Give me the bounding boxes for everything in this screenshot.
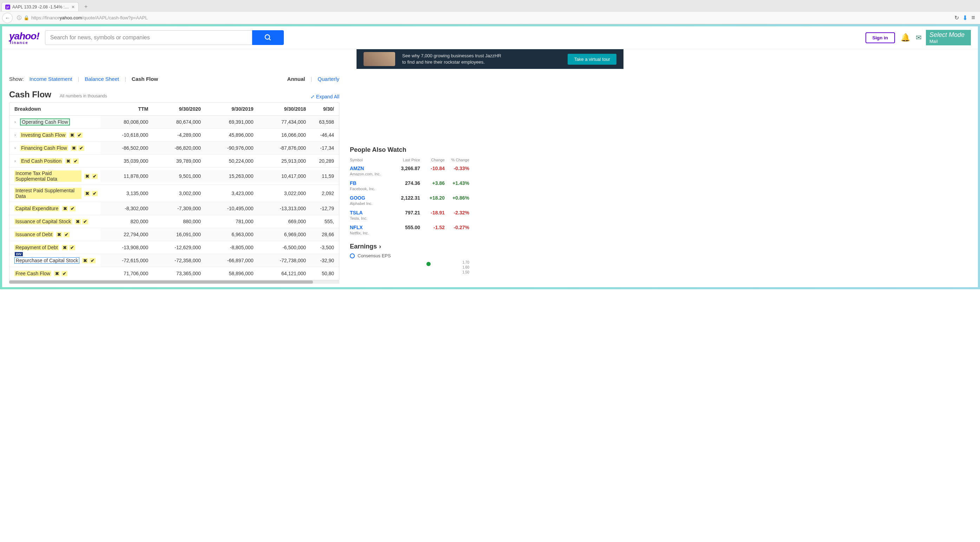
paw-symbol[interactable]: AMZN (350, 166, 364, 171)
row-label: Financing Cash Flow (20, 145, 68, 151)
check-mark-icon[interactable]: ✔ (92, 191, 98, 196)
cell-value: 3,002,000 (153, 187, 206, 200)
paw-row[interactable]: AMZN3,266.87-10.84-0.33% (350, 163, 469, 172)
paw-header: Symbol Last Price Change % Change (350, 156, 469, 163)
mail-block[interactable]: Select Mode Mail (926, 30, 971, 45)
url-box[interactable]: ⓘ 🔒 https://financeyahoo.com/quote/AAPL/… (14, 15, 950, 21)
ad-cta-button[interactable]: Take a virtual tour (568, 54, 616, 65)
reload-button[interactable]: ↻ (955, 14, 959, 21)
download-icon[interactable]: ⬇ (963, 14, 968, 22)
check-mark-icon[interactable]: ✔ (73, 158, 79, 164)
x-mark-icon[interactable]: ✖ (75, 219, 81, 224)
check-mark-icon[interactable]: ✔ (69, 245, 75, 250)
horizontal-scrollbar[interactable] (9, 281, 339, 284)
chevron-right-icon[interactable]: › (14, 132, 19, 137)
hamburger-icon[interactable]: ≡ (971, 14, 975, 21)
period-annual[interactable]: Annual (287, 76, 305, 82)
paw-symbol[interactable]: TSLA (350, 210, 363, 215)
url-text: https://financeyahoo.com/quote/AAPL/cash… (31, 15, 148, 21)
check-mark-icon[interactable]: ✔ (92, 174, 98, 179)
chevron-right-icon[interactable]: › (14, 145, 19, 150)
cell-value: -10,618,000 (100, 129, 153, 141)
chevron-right-icon[interactable]: › (14, 120, 19, 124)
info-icon[interactable]: ⓘ (17, 15, 21, 21)
paw-row[interactable]: FB274.36+3.86+1.43% (350, 178, 469, 187)
col-ttm: TTM (100, 103, 153, 115)
table-row[interactable]: Repayment of Debt✖✔-13,908,000-12,629,00… (10, 241, 339, 254)
x-mark-icon[interactable]: ✖ (62, 206, 68, 211)
table-row[interactable]: ›Investing Cash Flow✖✔-10,618,000-4,289,… (10, 129, 339, 142)
chevron-right-icon[interactable]: › (14, 158, 19, 163)
table-row[interactable]: Issuance of Debt✖✔22,794,00016,091,0006,… (10, 228, 339, 241)
x-mark-icon[interactable]: ✖ (54, 271, 60, 276)
x-mark-icon[interactable]: ✖ (56, 232, 62, 237)
ad-banner[interactable]: See why 7,000 growing businesses trust J… (356, 49, 624, 69)
cell-value: -17,34 (311, 142, 339, 154)
yahoo-finance-logo[interactable]: yahoo! finance (9, 30, 39, 45)
cell-value: -6,500,000 (258, 241, 311, 254)
paw-row[interactable]: NFLX555.00-1.52-0.27% (350, 223, 469, 231)
browser-tab[interactable]: y! AAPL 133.29 -2.08 -1.54% : App ✕ (2, 2, 79, 11)
table-row[interactable]: ›Financing Cash Flow✖✔-86,502,000-86,820… (10, 142, 339, 155)
close-icon[interactable]: ✕ (71, 5, 75, 10)
check-mark-icon[interactable]: ✔ (76, 132, 83, 138)
cell-value: -12,79 (311, 202, 339, 215)
table-row[interactable]: Income Tax Paid Supplemental Data✖✔11,87… (10, 167, 339, 185)
check-mark-icon[interactable]: ✔ (62, 271, 67, 276)
cell-value: 2,092 (311, 187, 339, 200)
paw-symbol[interactable]: FB (350, 180, 356, 186)
paw-change: -1.52 (420, 225, 445, 230)
tab-cash-flow[interactable]: Cash Flow (132, 76, 158, 82)
expand-all-button[interactable]: ⤢ Expand All (310, 94, 339, 99)
cell-value: -4,289,000 (153, 129, 206, 141)
search-button[interactable] (252, 30, 284, 45)
check-mark-icon[interactable]: ✔ (89, 258, 95, 263)
tab-balance-sheet[interactable]: Balance Sheet (85, 76, 119, 82)
earnings-mini-chart: 1.70 1.60 1.50 (350, 260, 469, 274)
check-mark-icon[interactable]: ✔ (64, 232, 70, 237)
earnings-title[interactable]: Earnings › (350, 237, 469, 250)
search-input[interactable] (45, 30, 252, 45)
check-mark-icon[interactable]: ✔ (78, 145, 84, 151)
svg-line-1 (269, 39, 271, 40)
table-header: Breakdown TTM 9/30/2020 9/30/2019 9/30/2… (10, 103, 339, 116)
page-title: Cash Flow (9, 89, 51, 99)
paw-symbol[interactable]: NFLX (350, 225, 363, 230)
period-quarterly[interactable]: Quarterly (318, 76, 339, 82)
table-row[interactable]: ›Operating Cash Flow80,008,00080,674,000… (10, 116, 339, 129)
check-mark-icon[interactable]: ✔ (82, 219, 88, 224)
table-row[interactable]: Issuance of Capital Stock✖✔820,000880,00… (10, 215, 339, 228)
table-row[interactable]: Free Cash Flow✖✔71,706,00073,365,00058,8… (10, 267, 339, 280)
x-mark-icon[interactable]: ✖ (84, 174, 90, 179)
x-mark-icon[interactable]: ✖ (62, 245, 68, 250)
tab-bar: y! AAPL 133.29 -2.08 -1.54% : App ✕ + (0, 0, 980, 11)
browser-chrome: y! AAPL 133.29 -2.08 -1.54% : App ✕ + ← … (0, 0, 980, 24)
paw-company-name: Amazon.com, Inc. (350, 172, 469, 178)
signin-button[interactable]: Sign in (865, 32, 895, 43)
cell-value: -12,629,000 (153, 241, 206, 254)
table-row[interactable]: DIVRepurchase of Capital Stock✖✔-72,615,… (10, 254, 339, 267)
paw-symbol[interactable]: GOOG (350, 195, 365, 201)
search-icon (264, 34, 272, 41)
paw-price: 274.36 (392, 180, 420, 186)
paw-pct: +1.43% (445, 180, 469, 186)
x-mark-icon[interactable]: ✖ (82, 258, 88, 263)
x-mark-icon[interactable]: ✖ (65, 158, 71, 164)
paw-row[interactable]: GOOG2,122.31+18.20+0.86% (350, 193, 469, 201)
table-row[interactable]: Capital Expenditure✖✔-8,302,000-7,309,00… (10, 202, 339, 215)
new-tab-button[interactable]: + (81, 3, 90, 10)
tab-income-statement[interactable]: Income Statement (30, 76, 72, 82)
table-row[interactable]: Interest Paid Supplemental Data✖✔3,135,0… (10, 185, 339, 202)
cell-value: 3,135,000 (100, 187, 153, 200)
paw-row[interactable]: TSLA797.21-18.91-2.32% (350, 208, 469, 216)
back-button[interactable]: ← (2, 13, 13, 23)
table-row[interactable]: ›End Cash Position✖✔35,039,00039,789,000… (10, 155, 339, 167)
check-mark-icon[interactable]: ✔ (70, 206, 76, 211)
x-mark-icon[interactable]: ✖ (71, 145, 77, 151)
bell-icon[interactable]: 🔔 (900, 33, 910, 42)
cell-value: 22,794,000 (100, 228, 153, 241)
x-mark-icon[interactable]: ✖ (84, 191, 90, 196)
cell-value: -13,313,000 (258, 202, 311, 215)
cell-value: 50,80 (311, 267, 339, 280)
x-mark-icon[interactable]: ✖ (69, 132, 75, 138)
